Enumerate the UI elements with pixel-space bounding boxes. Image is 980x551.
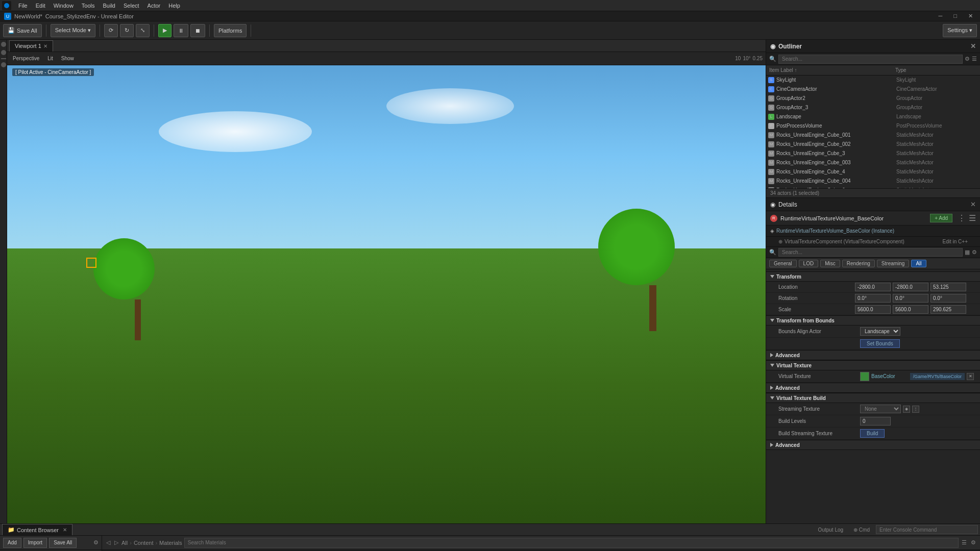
section-transform[interactable]: Transform xyxy=(766,271,980,282)
scale-z-input[interactable] xyxy=(930,305,966,314)
menu-help[interactable]: Help xyxy=(164,2,184,10)
outliner-item-rocks2[interactable]: M Rocks_UnrealEngine_Cube_002 StaticMesh… xyxy=(766,140,980,149)
scale-y-input[interactable] xyxy=(893,305,928,314)
details-grid-icon[interactable]: ▦ xyxy=(965,249,970,256)
platforms-btn[interactable]: Platforms xyxy=(214,24,247,37)
location-y-input[interactable] xyxy=(893,283,928,291)
build-btn[interactable]: Build xyxy=(860,429,885,438)
section-transform-bounds[interactable]: Transform from Bounds xyxy=(766,315,980,325)
section-advanced-1[interactable]: Advanced xyxy=(766,350,980,360)
set-bounds-btn[interactable]: Set Bounds xyxy=(860,339,900,348)
outliner-close-btn[interactable]: ✕ xyxy=(970,42,976,50)
outliner-item-rocks6[interactable]: M Rocks_UnrealEngine_Cube_004 StaticMesh… xyxy=(766,177,980,186)
filter-general-btn[interactable]: General xyxy=(769,260,797,267)
close-btn[interactable]: ✕ xyxy=(965,12,976,20)
outliner-item-group3[interactable]: G GroupActor_3 GroupActor xyxy=(766,103,980,112)
rotation-z-input[interactable] xyxy=(930,294,966,303)
breadcrumb-materials[interactable]: Materials xyxy=(159,540,182,546)
cmd-input[interactable] xyxy=(876,525,978,534)
settings-btn[interactable]: Settings ▾ xyxy=(943,24,977,37)
details-search-input[interactable] xyxy=(778,248,963,257)
content-browser-tab-btn[interactable]: 📁 Content Browser ✕ xyxy=(2,524,72,535)
outliner-item-landscape[interactable]: L Landscape Landscape xyxy=(766,112,980,121)
filter-lod-btn[interactable]: LOD xyxy=(799,260,819,267)
minimize-btn[interactable]: ─ xyxy=(936,12,946,20)
menu-build[interactable]: Build xyxy=(99,2,119,10)
cb-back-btn[interactable]: ◁ xyxy=(105,538,111,547)
details-overflow-btn[interactable]: ⋮ xyxy=(958,213,966,223)
filter-streaming-btn[interactable]: Streaming xyxy=(877,260,910,267)
location-z-input[interactable] xyxy=(930,283,966,291)
vt-clear-btn[interactable]: ✕ xyxy=(967,373,974,380)
filter-all-btn[interactable]: All xyxy=(911,260,926,267)
outliner-item-group2[interactable]: G GroupActor2 GroupActor xyxy=(766,94,980,103)
breadcrumb-content[interactable]: Content xyxy=(134,540,154,546)
select-mode-btn[interactable]: Select Mode ▾ xyxy=(51,24,95,37)
streaming-texture-select[interactable]: None xyxy=(860,405,901,413)
bounds-align-select[interactable]: Landscape xyxy=(860,327,900,336)
save-btn[interactable]: 💾 Save All xyxy=(3,24,42,37)
details-settings-icon[interactable]: ⚙ xyxy=(972,249,977,256)
details-close-btn[interactable]: ✕ xyxy=(970,201,976,208)
add-component-btn[interactable]: + Add xyxy=(930,214,952,222)
cb-save-all-btn[interactable]: Save All xyxy=(49,538,77,548)
scale-x-input[interactable] xyxy=(855,305,891,314)
menu-select[interactable]: Select xyxy=(119,2,143,10)
outliner-item-skylight[interactable]: S SkyLight SkyLight xyxy=(766,76,980,85)
outliner-item-rocks3[interactable]: M Rocks_UnrealEngine_Cube_3 StaticMeshAc… xyxy=(766,149,980,158)
cb-forward-btn[interactable]: ▷ xyxy=(113,538,119,547)
outliner-item-rocks5[interactable]: M Rocks_UnrealEngine_Cube_4 StaticMeshAc… xyxy=(766,167,980,177)
outliner-item-cinecamera[interactable]: C CineCameraActor CineCameraActor xyxy=(766,85,980,94)
cb-left-toolbar: Add Import Save All ⚙ xyxy=(0,536,102,550)
filter-misc-btn[interactable]: Misc xyxy=(820,260,840,267)
transform-btn[interactable]: ⟳ xyxy=(104,24,118,37)
cb-left-settings-icon[interactable]: ⚙ xyxy=(93,539,99,546)
scale-btn-tool[interactable]: ⤡ xyxy=(136,24,150,37)
cb-search-input[interactable] xyxy=(184,538,959,548)
outliner-options-icon[interactable]: ⚙ xyxy=(965,56,970,62)
stop-btn[interactable]: ⏹ xyxy=(190,24,205,37)
menu-file[interactable]: File xyxy=(14,2,32,10)
outliner-search-input[interactable] xyxy=(778,55,963,64)
section-vt[interactable]: Virtual Texture xyxy=(766,360,980,370)
build-levels-input[interactable] xyxy=(860,417,891,425)
section-vt-build[interactable]: Virtual Texture Build xyxy=(766,393,980,403)
viewport-tab-close[interactable]: ✕ xyxy=(43,43,47,49)
maximize-btn[interactable]: □ xyxy=(950,12,960,20)
show-btn[interactable]: Show xyxy=(59,55,77,62)
cb-output-log-btn[interactable]: Output Log xyxy=(814,526,847,534)
streaming-options-btn[interactable]: ⋮ xyxy=(912,406,919,413)
cb-tab-close[interactable]: ✕ xyxy=(63,527,67,533)
menu-edit[interactable]: Edit xyxy=(32,2,50,10)
viewport-tab-1[interactable]: Viewport 1 ✕ xyxy=(9,40,53,52)
cb-import-btn[interactable]: Import xyxy=(23,538,47,548)
cb-cmd-btn[interactable]: ⊕ Cmd xyxy=(849,526,874,534)
cb-add-btn[interactable]: Add xyxy=(3,538,21,548)
menu-tools[interactable]: Tools xyxy=(78,2,99,10)
cb-filter-btn[interactable]: ☰ xyxy=(961,538,968,547)
edit-cpp-btn[interactable]: Edit in C++ xyxy=(943,239,968,244)
perspective-btn[interactable]: Perspective xyxy=(10,55,42,62)
outliner-item-ppv[interactable]: P PostProcessVolume PostProcessVolume xyxy=(766,121,980,131)
viewport-canvas[interactable]: [ Pilot Active - CineCameraActor ] xyxy=(7,65,766,523)
streaming-browse-btn[interactable]: ◈ xyxy=(903,406,910,413)
section-advanced-3[interactable]: Advanced xyxy=(766,440,980,450)
rotation-x-input[interactable] xyxy=(855,294,891,303)
item-icon-group3: G xyxy=(768,105,774,111)
rotate-btn[interactable]: ↻ xyxy=(120,24,134,37)
breadcrumb-all[interactable]: All xyxy=(121,540,128,546)
section-advanced-2[interactable]: Advanced xyxy=(766,383,980,393)
filter-rendering-btn[interactable]: Rendering xyxy=(842,260,875,267)
pause-btn[interactable]: ⏸ xyxy=(174,24,188,37)
lit-btn[interactable]: Lit xyxy=(45,55,56,62)
menu-window[interactable]: Window xyxy=(50,2,78,10)
play-btn[interactable]: ▶ xyxy=(158,24,172,37)
location-x-input[interactable] xyxy=(855,283,891,291)
outliner-item-rocks4[interactable]: M Rocks_UnrealEngine_Cube_003 StaticMesh… xyxy=(766,158,980,167)
cb-settings-btn[interactable]: ⚙ xyxy=(970,538,977,547)
rotation-y-input[interactable] xyxy=(893,294,928,303)
outliner-item-rocks1[interactable]: M Rocks_UnrealEngine_Cube_001 StaticMesh… xyxy=(766,131,980,140)
menu-actor[interactable]: Actor xyxy=(143,2,165,10)
details-options-btn[interactable]: ☰ xyxy=(969,213,976,223)
outliner-settings-icon[interactable]: ☰ xyxy=(972,56,977,62)
